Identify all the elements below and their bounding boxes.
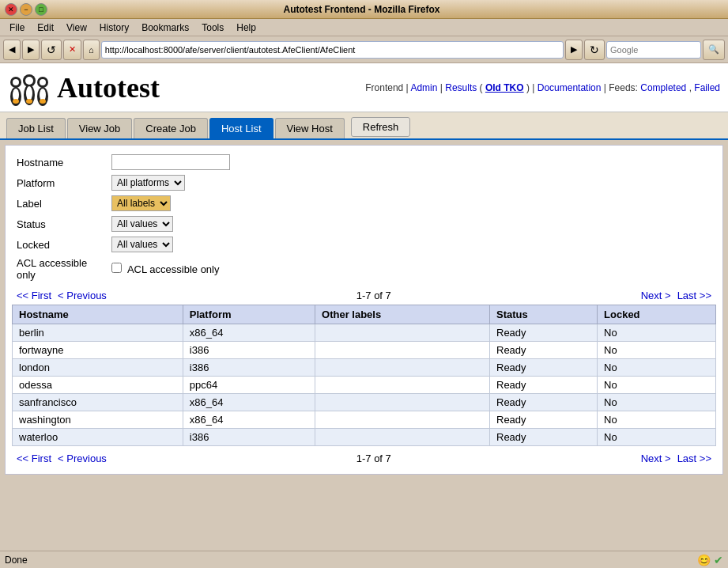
toolbar: ◀ ▶ ↺ ✕ ⌂ ▶ ↻ 🔍 [0, 36, 728, 63]
svg-point-9 [26, 99, 32, 104]
label-select[interactable]: All labels [111, 195, 171, 211]
url-input[interactable] [101, 41, 564, 59]
reload-button[interactable]: ↺ [41, 40, 62, 60]
acl-checkbox[interactable] [111, 263, 122, 273]
cell-hostname: london [13, 359, 183, 377]
table-row[interactable]: washingtonx86_64ReadyNo [13, 411, 716, 429]
svg-point-7 [26, 86, 32, 100]
menu-bookmarks[interactable]: Bookmarks [135, 21, 195, 35]
col-locked: Locked [598, 305, 716, 324]
locked-select[interactable]: All values Yes No [111, 237, 173, 252]
next-page-top[interactable]: Next > [641, 290, 671, 301]
completed-link[interactable]: Completed [640, 82, 686, 93]
window-title: Autotest Frontend - Mozilla Firefox [47, 4, 676, 15]
cell-platform: x86_64 [183, 324, 315, 342]
platform-select[interactable]: All platforms x86_64 i386 ppc64 [111, 175, 185, 191]
documentation-link[interactable]: Documentation [538, 82, 602, 93]
titlebar: ✕ − □ Autotest Frontend - Mozilla Firefo… [0, 0, 728, 19]
app-header: Autotest Frontend | Admin | Results ( Ol… [0, 63, 728, 112]
forward-button[interactable]: ▶ [22, 40, 40, 60]
cell-locked: No [598, 394, 716, 411]
refresh-icon-button[interactable]: ↻ [584, 40, 605, 60]
menu-file[interactable]: File [3, 21, 31, 35]
status-select[interactable]: All values Ready Running Error [111, 216, 173, 232]
cell-hostname: sanfrancisco [13, 394, 183, 411]
cell-status: Ready [490, 324, 598, 342]
last-page-bottom[interactable]: Last >> [677, 453, 711, 464]
svg-point-13 [40, 79, 46, 85]
menu-tools[interactable]: Tools [195, 21, 230, 35]
refresh-button[interactable]: Refresh [351, 117, 411, 137]
stop-button[interactable]: ✕ [63, 40, 81, 60]
hostname-label: Hostname [12, 152, 107, 172]
first-page-top[interactable]: << First [17, 290, 51, 301]
menubar: File Edit View History Bookmarks Tools H… [0, 19, 728, 36]
prev-page-top[interactable]: < Previous [58, 290, 107, 301]
minimize-button[interactable]: − [20, 3, 32, 16]
main-panel: Hostname Platform All platforms x86_64 i… [5, 145, 723, 475]
pagination-bottom: << First < Previous 1-7 of 7 Next > Last… [12, 449, 716, 468]
cell-status: Ready [490, 411, 598, 429]
menu-edit[interactable]: Edit [31, 21, 60, 35]
old-tko-link[interactable]: Old TKO [485, 82, 524, 93]
cell-status: Ready [490, 359, 598, 377]
cell-locked: No [598, 359, 716, 377]
maximize-button[interactable]: □ [35, 3, 47, 16]
back-button[interactable]: ◀ [3, 40, 21, 60]
tab-create-job[interactable]: Create Job [134, 118, 208, 138]
label-label: Label [12, 193, 107, 214]
tab-view-job[interactable]: View Job [67, 118, 133, 138]
page-count-bottom: 1-7 of 7 [356, 453, 391, 464]
cell-platform: i386 [183, 359, 315, 377]
menu-help[interactable]: Help [230, 21, 262, 35]
menu-view[interactable]: View [60, 21, 93, 35]
cell-hostname: berlin [13, 324, 183, 342]
host-table: Hostname Platform Other labels Status Lo… [12, 305, 716, 446]
cell-platform: ppc64 [183, 377, 315, 394]
cell-other_labels [315, 324, 490, 342]
cell-status: Ready [490, 429, 598, 446]
header-sep2: ( [480, 82, 483, 93]
admin-link[interactable]: Admin [410, 82, 437, 93]
cell-platform: i386 [183, 429, 315, 446]
search-input[interactable] [606, 41, 701, 59]
next-page-bottom[interactable]: Next > [641, 453, 671, 464]
cell-other_labels [315, 359, 490, 377]
table-row[interactable]: sanfranciscox86_64ReadyNo [13, 394, 716, 411]
header-frontend-text: Frontend | [365, 82, 410, 93]
tab-job-list[interactable]: Job List [6, 118, 66, 138]
table-row[interactable]: waterlooi386ReadyNo [13, 429, 716, 446]
cell-locked: No [598, 429, 716, 446]
col-hostname: Hostname [13, 305, 183, 324]
table-row[interactable]: londoni386ReadyNo [13, 359, 716, 377]
platform-label: Platform [12, 172, 107, 193]
cell-hostname: washington [13, 411, 183, 429]
table-row[interactable]: fortwaynei386ReadyNo [13, 342, 716, 359]
locked-label: Locked [12, 234, 107, 255]
table-row[interactable]: berlinx86_64ReadyNo [13, 324, 716, 342]
tux-logo-icon [8, 66, 51, 109]
cell-locked: No [598, 377, 716, 394]
table-row[interactable]: odessappc64ReadyNo [13, 377, 716, 394]
status-label: Status [12, 214, 107, 234]
go-button[interactable]: ▶ [565, 40, 583, 60]
prev-page-bottom[interactable]: < Previous [58, 453, 107, 464]
last-page-top[interactable]: Last >> [677, 290, 711, 301]
statusbar-security-icon: ✔ [714, 554, 723, 566]
results-link[interactable]: Results [445, 82, 477, 93]
cell-locked: No [598, 411, 716, 429]
close-button[interactable]: ✕ [5, 3, 17, 16]
acl-checkbox-label: ACL accessible only [127, 263, 220, 275]
first-page-bottom[interactable]: << First [17, 453, 51, 464]
failed-link[interactable]: Failed [694, 82, 720, 93]
cell-other_labels [315, 377, 490, 394]
hostname-input[interactable] [111, 154, 230, 170]
cell-platform: i386 [183, 342, 315, 359]
col-platform: Platform [183, 305, 315, 324]
col-status: Status [490, 305, 598, 324]
search-go-button[interactable]: 🔍 [703, 40, 725, 60]
tab-host-list[interactable]: Host List [209, 118, 273, 138]
menu-history[interactable]: History [93, 21, 135, 35]
tab-view-host[interactable]: View Host [275, 118, 345, 138]
home-button[interactable]: ⌂ [83, 40, 100, 60]
